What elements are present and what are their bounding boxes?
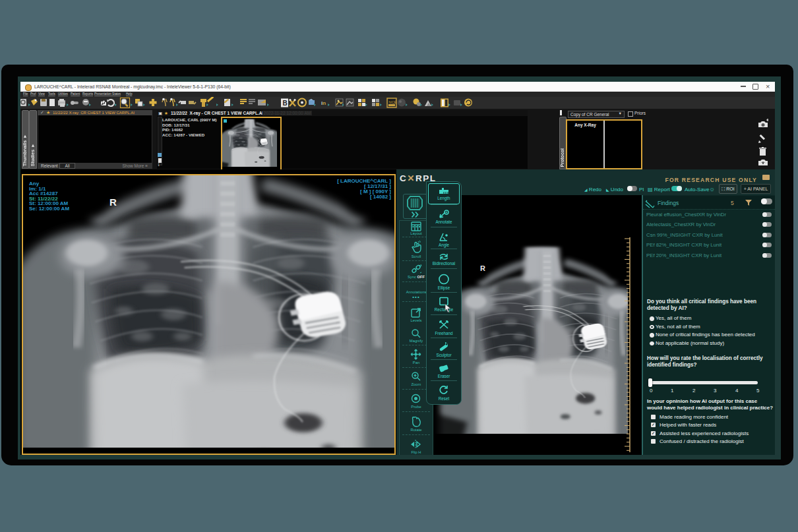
svg-text:B: B	[283, 100, 288, 107]
svg-text:NICE: NICE	[389, 101, 396, 104]
svg-text:in: in	[321, 100, 326, 106]
